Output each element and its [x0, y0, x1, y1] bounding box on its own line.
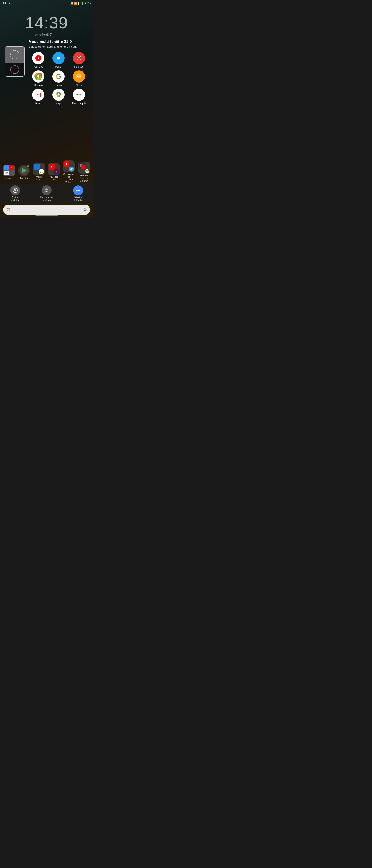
quit-multi-icon — [10, 185, 20, 195]
vibrate-icon: ▦ — [71, 2, 73, 5]
nav-home-pill[interactable] — [35, 215, 58, 216]
folder-sub-google — [4, 165, 9, 170]
svg-rect-24 — [40, 93, 41, 96]
svg-marker-49 — [66, 163, 68, 165]
redface-icon — [73, 52, 85, 64]
chrome-icon — [32, 70, 45, 83]
status-bar: 14:39 ▦ 📶 ▌ 🔋 47 % — [0, 0, 93, 6]
svg-point-39 — [41, 171, 42, 172]
arrow-indicator: ➜ — [24, 52, 25, 58]
svg-point-10 — [80, 57, 81, 58]
app-item-maps[interactable]: Maps — [49, 89, 68, 105]
svg-marker-54 — [83, 166, 84, 168]
yt-tw-yt — [64, 161, 69, 167]
app-grid: YouTube Twitter — [29, 52, 89, 105]
app-item-twitter[interactable]: Twitter — [49, 52, 68, 68]
svg-point-74 — [79, 190, 80, 191]
svg-point-62 — [44, 187, 50, 193]
home-app-youtube-slack[interactable]: YouTubeSlack — [48, 163, 60, 181]
app-item-redface[interactable]: Redface — [69, 52, 89, 68]
svg-point-57 — [87, 170, 88, 171]
multiwindow-popup: ➜ Mode multi-fenêtre 21:9 Sélectionner l… — [4, 39, 89, 105]
battery-percent: 47 % — [85, 2, 90, 4]
google-icon — [53, 70, 65, 83]
home-apps-row: Google — [0, 160, 93, 184]
app-item-youtube[interactable]: YouTube — [29, 52, 48, 68]
battery-icon: 🔋 — [81, 2, 84, 5]
yt-slack-yt — [49, 164, 55, 170]
quit-multi-btn[interactable]: QuitterMulti-fen — [10, 185, 20, 202]
svg-point-72 — [77, 190, 78, 191]
phone-bottom-half — [5, 63, 24, 76]
phone-top-half: ➜ — [5, 47, 24, 63]
svg-point-26 — [58, 93, 59, 95]
maps-label: Maps — [56, 102, 62, 105]
play-store-icon — [18, 164, 30, 176]
cinema-chrome — [85, 169, 89, 173]
mode-multi-blue — [34, 164, 39, 170]
youtube-icon — [32, 52, 45, 64]
maps-icon — [53, 89, 65, 101]
app-item-album[interactable]: Album — [69, 70, 89, 86]
svg-point-34 — [6, 173, 7, 174]
quit-multi-label: QuitterMulti-fen — [11, 196, 19, 202]
google-folder-icon — [3, 164, 15, 176]
svg-rect-23 — [35, 93, 36, 96]
phone-diagram: ➜ — [4, 46, 25, 76]
twitter-icon — [53, 52, 65, 64]
cinema-youtube-chrome-icon — [78, 162, 90, 174]
home-app-play-store[interactable]: Play Store — [18, 164, 30, 180]
home-app-mode-multi[interactable]: Modemulti- — [33, 163, 45, 181]
swap-windows-label: Permuter lesfenêtres — [40, 196, 53, 202]
app-item-more[interactable]: Plus d'applis — [69, 89, 89, 105]
play-store-label: Play Store — [19, 177, 29, 180]
phone-frame: ➜ — [4, 46, 25, 76]
folder-sub-extra — [9, 170, 14, 176]
svg-point-9 — [77, 57, 78, 58]
folder-sub-youtube — [9, 165, 14, 170]
home-app-google-folder[interactable]: Google — [3, 164, 15, 180]
app-item-google[interactable]: Google — [49, 70, 68, 86]
album-label: Album — [75, 84, 82, 86]
lock-clock-date: vendredi 7 juin — [0, 33, 93, 37]
wifi-icon: 📶 — [74, 2, 77, 5]
swap-windows-icon — [41, 185, 52, 195]
home-app-cinema-youtube-chrome[interactable]: Cinema ProYouTube Chrome — [78, 162, 90, 182]
cinema-youtube-chrome-label: Cinema ProYouTube Chrome — [78, 174, 90, 182]
status-time: 14:39 — [3, 2, 10, 5]
mode-multi-chrome — [39, 169, 44, 174]
home-app-youtube-twitter[interactable]: Optimiseur deYouTube Twitter — [63, 160, 75, 184]
youtube-twitter-icon — [63, 160, 75, 172]
svg-point-73 — [78, 190, 79, 191]
svg-point-30 — [80, 94, 82, 95]
youtube-slack-label: YouTubeSlack — [49, 176, 58, 181]
lateral-detect-btn[interactable]: Détectionlatérale — [73, 185, 83, 202]
google-label: Google — [55, 84, 62, 86]
lateral-detect-icon — [73, 185, 83, 195]
search-bar[interactable]: G ⚙ — [3, 205, 90, 215]
bottom-action-bar: QuitterMulti-fen Permuter lesfenêtres — [0, 184, 93, 204]
yt-tw-twitter — [69, 166, 74, 172]
mode-multi-icon — [33, 163, 45, 175]
gmail-label: Gmail — [35, 102, 41, 105]
swap-windows-btn[interactable]: Permuter lesfenêtres — [40, 185, 53, 202]
youtube-slack-icon — [48, 163, 60, 175]
folder-sub-chrome — [4, 170, 9, 176]
phone-bottom-circle — [10, 65, 19, 74]
cinema-yt — [81, 165, 85, 169]
multiwindow-title: Mode multi-fenêtre 21:9 — [29, 39, 89, 44]
settings-gear-icon[interactable]: ⚙ — [83, 207, 87, 212]
album-icon — [73, 70, 85, 83]
lateral-detect-label: Détectionlatérale — [73, 196, 83, 202]
lock-clock: 14:39 vendredi 7 juin — [0, 13, 93, 37]
youtube-label: YouTube — [33, 65, 43, 68]
mode-multi-label: Modemulti- — [36, 176, 41, 181]
twitter-label: Twitter — [55, 65, 62, 68]
redface-label: Redface — [75, 65, 84, 68]
phone-top-circle — [10, 50, 19, 59]
app-selector: Mode multi-fenêtre 21:9 Sélectionner l'a… — [29, 39, 89, 105]
nav-bar — [0, 215, 93, 217]
app-item-gmail[interactable]: Gmail — [29, 89, 48, 105]
youtube-twitter-label: Optimiseur deYouTube Twitter — [63, 173, 75, 184]
app-item-chrome[interactable]: Chrome — [29, 70, 48, 86]
